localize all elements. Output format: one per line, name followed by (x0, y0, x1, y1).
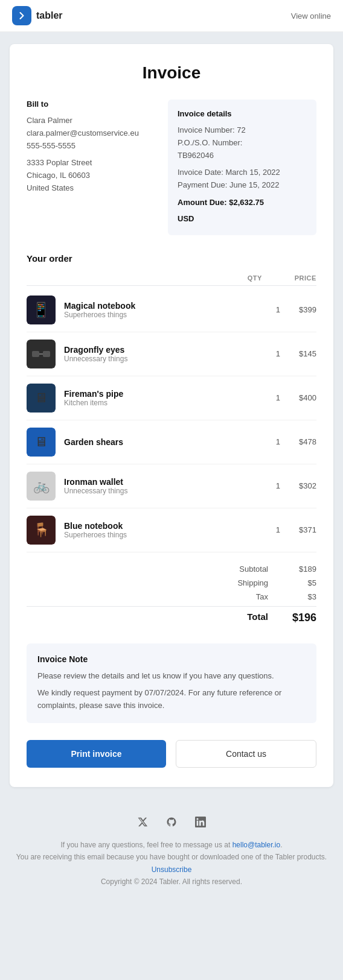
logo-text: tabler (36, 10, 63, 21)
invoice-details-section: Invoice details Invoice Number: 72 P.O./… (168, 100, 316, 235)
item-info: Garden shears (64, 437, 250, 447)
invoice-currency: USD (178, 213, 307, 226)
item-name: Garden shears (64, 437, 250, 447)
bill-to-email: clara.palmer@customservice.eu (27, 127, 156, 140)
order-item: 📱 Magical notebook Superheroes things 1 … (27, 288, 316, 332)
info-row: Bill to Clara Palmer clara.palmer@custom… (27, 100, 316, 235)
order-items-list: 📱 Magical notebook Superheroes things 1 … (27, 288, 316, 552)
subtotal-value: $189 (280, 564, 316, 574)
item-name: Ironman wallet (64, 477, 250, 487)
footer-email-text: If you have any questions, feel free to … (10, 839, 333, 851)
item-qty: 1 (250, 525, 280, 534)
invoice-amount-due: Amount Due: $2,632.75 (178, 197, 307, 209)
invoice-note-text1: Please review the details and let us kno… (37, 670, 306, 683)
item-qty: 1 (250, 481, 280, 490)
invoice-due: Payment Due: June 15, 2022 (178, 179, 307, 192)
shipping-label: Shipping (220, 578, 268, 587)
item-image: 📱 (27, 296, 56, 324)
invoice-date: Invoice Date: March 15, 2022 (178, 166, 307, 179)
grand-total-value: $196 (280, 612, 316, 624)
action-buttons: Print invoice Contact us (27, 740, 316, 768)
logo: tabler (12, 6, 63, 25)
footer-copyright: Copyright © 2024 Tabler. All rights rese… (10, 876, 333, 888)
tax-label: Tax (220, 592, 268, 601)
item-name: Fireman's pipe (64, 389, 250, 399)
item-qty: 1 (250, 349, 280, 358)
bill-to-heading: Bill to (27, 100, 156, 109)
order-item: 🖥 Fireman's pipe Kitchen items 1 $400 (27, 376, 316, 420)
item-image (27, 340, 56, 368)
linkedin-icon[interactable] (192, 814, 209, 830)
subtotal-label: Subtotal (220, 564, 268, 574)
item-price: $371 (280, 525, 316, 534)
item-qty: 1 (250, 437, 280, 446)
invoice-po-label: P.O./S.O. Number: (178, 137, 307, 150)
item-category: Unnecessary things (64, 355, 250, 363)
svg-rect-0 (32, 351, 39, 357)
item-image: 🚲 (27, 472, 56, 501)
invoice-note-text2: We kindly request payment by 07/07/2024.… (37, 687, 306, 712)
tax-value: $3 (280, 592, 316, 601)
item-category: Superheroes things (64, 311, 250, 319)
item-name: Blue notebook (64, 521, 250, 531)
col-qty: QTY (232, 274, 262, 282)
item-price: $399 (280, 305, 316, 314)
invoice-note-heading: Invoice Note (37, 654, 306, 664)
bill-to-address2: Chicago, IL 60603 (27, 169, 156, 182)
item-info: Dragonfly eyes Unnecessary things (64, 345, 250, 363)
item-name: Magical notebook (64, 301, 250, 311)
bill-to-section: Bill to Clara Palmer clara.palmer@custom… (27, 100, 156, 235)
github-icon[interactable] (163, 814, 180, 830)
subtotal-row: Subtotal $189 (27, 562, 316, 576)
svg-rect-1 (43, 351, 50, 357)
social-icons (10, 814, 333, 830)
item-info: Fireman's pipe Kitchen items (64, 389, 250, 407)
contact-button[interactable]: Contact us (176, 740, 316, 768)
item-info: Blue notebook Superheroes things (64, 521, 250, 539)
order-item: 🖥 Garden shears 1 $478 (27, 420, 316, 464)
item-qty: 1 (250, 305, 280, 314)
invoice-number: Invoice Number: 72 (178, 124, 307, 137)
item-info: Ironman wallet Unnecessary things (64, 477, 250, 495)
order-item: 🪑 Blue notebook Superheroes things 1 $37… (27, 508, 316, 552)
invoice-details-heading: Invoice details (178, 109, 307, 118)
item-qty: 1 (250, 393, 280, 402)
item-name: Dragonfly eyes (64, 345, 250, 355)
footer-email-link[interactable]: hello@tabler.io (232, 841, 281, 849)
header: tabler View online (0, 0, 343, 32)
order-item: 🚲 Ironman wallet Unnecessary things 1 $3… (27, 464, 316, 508)
item-image: 🖥 (27, 428, 56, 457)
item-category: Unnecessary things (64, 487, 250, 495)
grand-total-label: Total (220, 612, 268, 624)
bill-to-name: Clara Palmer (27, 115, 156, 127)
twitter-icon[interactable] (134, 814, 151, 830)
shipping-value: $5 (280, 578, 316, 587)
your-order-section: Your order QTY PRICE 📱 Magical notebook … (27, 253, 316, 627)
item-image: 🖥 (27, 384, 56, 413)
view-online-link[interactable]: View online (291, 11, 331, 21)
tax-row: Tax $3 (27, 590, 316, 604)
item-category: Kitchen items (64, 399, 250, 407)
your-order-heading: Your order (27, 253, 316, 264)
footer-unsubscribe-link[interactable]: Unsubscribe (152, 865, 192, 874)
bill-to-address1: 3333 Poplar Street (27, 157, 156, 169)
item-price: $302 (280, 481, 316, 490)
shipping-row: Shipping $5 (27, 576, 316, 590)
order-item: Dragonfly eyes Unnecessary things 1 $145 (27, 332, 316, 376)
print-button[interactable]: Print invoice (27, 740, 166, 768)
footer-receiving-text: You are receiving this email because you… (10, 851, 333, 876)
invoice-title: Invoice (27, 63, 316, 83)
table-header: QTY PRICE (27, 271, 316, 286)
item-price: $478 (280, 437, 316, 446)
bill-to-phone: 555-555-5555 (27, 140, 156, 153)
invoice-po-value: TB962046 (178, 150, 307, 162)
grand-total-row: Total $196 (27, 606, 316, 627)
item-category: Superheroes things (64, 531, 250, 539)
col-price: PRICE (286, 274, 316, 282)
logo-icon (12, 6, 31, 25)
item-price: $145 (280, 349, 316, 358)
bill-to-country: United States (27, 182, 156, 195)
item-info: Magical notebook Superheroes things (64, 301, 250, 319)
invoice-card: Invoice Bill to Clara Palmer clara.palme… (10, 44, 333, 787)
item-price: $400 (280, 393, 316, 402)
